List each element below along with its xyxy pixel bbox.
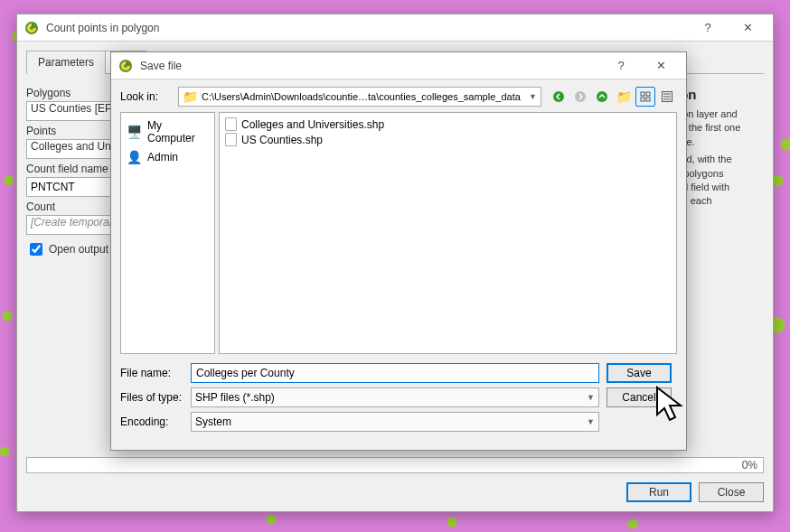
arrow-up-icon [596, 90, 608, 103]
shortcuts-list: 🖥️ My Computer 👤 Admin [120, 112, 215, 354]
file-name: Colleges and Universities.shp [241, 118, 384, 131]
back-button[interactable] [549, 87, 569, 107]
list-icon [662, 91, 672, 102]
qgis-icon [24, 21, 39, 35]
sidebar-item-user[interactable]: 👤 Admin [125, 147, 211, 167]
save-title: Save file [140, 60, 601, 72]
svg-rect-8 [646, 98, 650, 101]
save-close-button[interactable]: ✕ [641, 53, 681, 79]
encoding-select[interactable]: System ▼ [191, 412, 599, 432]
file-list[interactable]: Colleges and Universities.shp US Countie… [219, 112, 677, 354]
save-help-button[interactable]: ? [601, 53, 641, 79]
save-button[interactable]: Save [607, 363, 672, 383]
svg-point-3 [575, 91, 586, 102]
filetype-label: Files of type: [120, 391, 183, 404]
svg-rect-6 [646, 92, 650, 96]
tab-parameters[interactable]: Parameters [26, 51, 106, 74]
filetype-select[interactable]: SHP files (*.shp) ▼ [191, 387, 599, 407]
progress-bar: 0% [26, 457, 764, 473]
close-button[interactable]: ✕ [728, 15, 767, 41]
open-after-check[interactable] [30, 243, 42, 256]
filename-label: File name: [120, 367, 183, 379]
file-icon [225, 133, 237, 146]
path-select[interactable]: 📁 C:\Users\Admin\Downloads\countie…ta\co… [178, 87, 541, 107]
up-button[interactable] [592, 87, 612, 107]
encoding-value: System [195, 415, 231, 428]
path-text: C:\Users\Admin\Downloads\countie…ta\coun… [202, 91, 521, 102]
help-button[interactable]: ? [688, 15, 728, 41]
sidebar-item-label: My Computer [147, 119, 209, 145]
svg-rect-7 [641, 98, 644, 101]
main-titlebar: Count points in polygon ? ✕ [17, 14, 773, 42]
filename-input[interactable] [191, 363, 599, 383]
chevron-down-icon: ▼ [529, 92, 537, 101]
file-item[interactable]: Colleges and Universities.shp [223, 117, 672, 132]
arrow-left-icon [552, 90, 565, 103]
list-view-button[interactable] [657, 87, 677, 107]
chevron-down-icon: ▼ [587, 393, 595, 402]
svg-point-4 [597, 91, 607, 102]
svg-rect-5 [641, 92, 644, 96]
main-title: Count points in polygon [46, 22, 688, 34]
folder-icon: 📁 [183, 89, 198, 104]
save-file-dialog: Save file ? ✕ Look in: 📁 C:\Users\Admin\… [110, 51, 687, 451]
encoding-label: Encoding: [120, 415, 183, 428]
save-titlebar: Save file ? ✕ [111, 52, 686, 79]
new-folder-button[interactable]: 📁 [614, 87, 634, 107]
sidebar-item-label: Admin [147, 151, 178, 163]
run-button[interactable]: Run [626, 482, 691, 502]
lookin-label: Look in: [120, 90, 171, 103]
chevron-down-icon: ▼ [587, 417, 595, 426]
forward-button[interactable] [570, 87, 590, 107]
pc-icon: 🖥️ [127, 125, 142, 139]
progress-text: 0% [742, 459, 757, 471]
svg-point-2 [553, 91, 564, 102]
folder-icon: 📁 [616, 89, 632, 104]
cancel-button[interactable]: Cancel [607, 387, 672, 407]
file-item[interactable]: US Counties.shp [223, 132, 672, 147]
user-icon: 👤 [127, 150, 142, 164]
grid-icon [640, 91, 651, 102]
file-name: US Counties.shp [241, 134, 323, 146]
close-dialog-button[interactable]: Close [699, 482, 764, 502]
arrow-right-icon [574, 90, 587, 103]
sidebar-item-mycomputer[interactable]: 🖥️ My Computer [125, 117, 211, 147]
filetype-value: SHP files (*.shp) [195, 391, 275, 404]
icon-view-button[interactable] [635, 87, 655, 107]
qgis-icon [118, 59, 133, 73]
file-icon [225, 117, 237, 131]
